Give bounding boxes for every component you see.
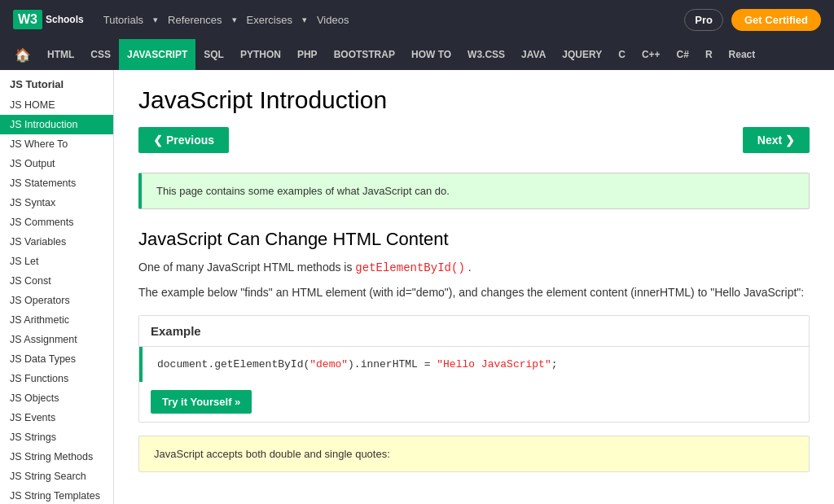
nav-videos[interactable]: Videos <box>310 11 356 29</box>
example-footer: Try it Yourself » <box>139 382 809 422</box>
nav-w3css[interactable]: W3.CSS <box>459 39 513 70</box>
nav-css[interactable]: CSS <box>82 39 119 70</box>
nav-bootstrap[interactable]: BOOTSTRAP <box>326 39 403 70</box>
main-content: JavaScript Introduction ❮ Previous Next … <box>114 70 834 504</box>
code-method: document.getElementById( <box>157 358 309 370</box>
references-dropdown-icon: ▾ <box>232 11 237 29</box>
sidebar-item-js-where-to[interactable]: JS Where To <box>0 134 113 154</box>
get-certified-button[interactable]: Get Certified <box>731 9 821 31</box>
sidebar-item-js-arithmetic[interactable]: JS Arithmetic <box>0 310 113 330</box>
code-semicolon: ; <box>551 358 558 370</box>
sidebar-item-js-operators[interactable]: JS Operators <box>0 291 113 310</box>
pro-badge[interactable]: Pro <box>684 9 723 31</box>
nav-html[interactable]: HTML <box>39 39 82 70</box>
sidebar-item-js-syntax[interactable]: JS Syntax <box>0 193 113 213</box>
sidebar-item-js-strings[interactable]: JS Strings <box>0 427 113 447</box>
nav-tutorials[interactable]: Tutorials <box>97 11 150 29</box>
sidebar-item-js-events[interactable]: JS Events <box>0 408 113 427</box>
example-code: document.getElementById("demo").innerHTM… <box>139 347 809 382</box>
exercises-dropdown-icon: ▾ <box>302 11 307 29</box>
nav-python[interactable]: PYTHON <box>232 39 289 70</box>
nav-howto[interactable]: HOW TO <box>403 39 459 70</box>
logo-w3: W3 <box>13 10 42 30</box>
sidebar-item-js-output[interactable]: JS Output <box>0 154 113 173</box>
sidebar: JS Tutorial JS HOME JS Introduction JS W… <box>0 70 114 504</box>
lang-nav: 🏠 HTML CSS JAVASCRIPT SQL PYTHON PHP BOO… <box>0 39 834 70</box>
logo-text: Schools <box>46 15 84 24</box>
nav-jquery[interactable]: JQUERY <box>554 39 610 70</box>
nav-cpp[interactable]: C++ <box>634 39 669 70</box>
sidebar-item-js-data-types[interactable]: JS Data Types <box>0 349 113 369</box>
top-nav-links: Tutorials ▾ References ▾ Exercises ▾ Vid… <box>97 11 672 29</box>
section1-text2: The example below "finds" an HTML elemen… <box>138 283 810 301</box>
layout: JS Tutorial JS HOME JS Introduction JS W… <box>0 70 834 504</box>
sidebar-item-js-string-templates[interactable]: JS String Templates <box>0 486 113 504</box>
sidebar-item-js-assignment[interactable]: JS Assignment <box>0 330 113 349</box>
top-nav: W3 Schools Tutorials ▾ References ▾ Exer… <box>0 0 834 39</box>
section1-text1-before: One of many JavaScript HTML methods is <box>138 261 352 274</box>
nav-javascript[interactable]: JAVASCRIPT <box>119 39 195 70</box>
try-it-button[interactable]: Try it Yourself » <box>151 390 252 414</box>
sidebar-item-js-variables[interactable]: JS Variables <box>0 232 113 252</box>
example-box: Example document.getElementById("demo").… <box>138 315 810 423</box>
section1-text1: One of many JavaScript HTML methods is g… <box>138 258 810 277</box>
section1-code-inline[interactable]: getElementById() <box>355 261 464 274</box>
prev-button[interactable]: ❮ Previous <box>138 127 229 153</box>
nav-references[interactable]: References <box>161 11 228 29</box>
top-nav-right: Pro Get Certified <box>684 9 821 31</box>
sidebar-item-js-objects[interactable]: JS Objects <box>0 388 113 408</box>
yellow-info-box: JavaScript accepts both double and singl… <box>138 436 810 472</box>
code-string1: "demo" <box>309 358 348 370</box>
sidebar-item-js-string-methods[interactable]: JS String Methods <box>0 447 113 467</box>
sidebar-item-js-functions[interactable]: JS Functions <box>0 369 113 388</box>
nav-java[interactable]: JAVA <box>513 39 554 70</box>
page-title: JavaScript Introduction <box>138 86 810 114</box>
code-string2: "Hello JavaScript" <box>437 358 551 370</box>
sidebar-item-js-string-search[interactable]: JS String Search <box>0 467 113 486</box>
tutorials-dropdown-icon: ▾ <box>153 11 158 29</box>
sidebar-item-js-statements[interactable]: JS Statements <box>0 173 113 193</box>
nav-csharp[interactable]: C# <box>669 39 697 70</box>
sidebar-item-js-let[interactable]: JS Let <box>0 252 113 271</box>
home-nav-item[interactable]: 🏠 <box>7 39 39 70</box>
sidebar-item-js-introduction[interactable]: JS Introduction <box>0 115 113 134</box>
next-button[interactable]: Next ❯ <box>743 127 810 153</box>
nav-r[interactable]: R <box>697 39 721 70</box>
nav-react[interactable]: React <box>721 39 764 70</box>
code-method2: ).innerHTML = <box>348 358 437 370</box>
example-header: Example <box>139 316 809 347</box>
nav-sql[interactable]: SQL <box>195 39 232 70</box>
sidebar-item-js-const[interactable]: JS Const <box>0 271 113 291</box>
nav-exercises[interactable]: Exercises <box>240 11 299 29</box>
info-box: This page contains some examples of what… <box>138 173 810 209</box>
section1-title: JavaScript Can Change HTML Content <box>138 229 810 250</box>
sidebar-item-js-home[interactable]: JS HOME <box>0 95 113 115</box>
section1-text1-after: . <box>468 261 472 274</box>
nav-c[interactable]: C <box>610 39 634 70</box>
nav-php[interactable]: PHP <box>289 39 326 70</box>
logo[interactable]: W3 Schools <box>13 10 84 30</box>
sidebar-title: JS Tutorial <box>0 70 113 95</box>
nav-buttons: ❮ Previous Next ❯ <box>138 127 810 153</box>
sidebar-item-js-comments[interactable]: JS Comments <box>0 213 113 232</box>
